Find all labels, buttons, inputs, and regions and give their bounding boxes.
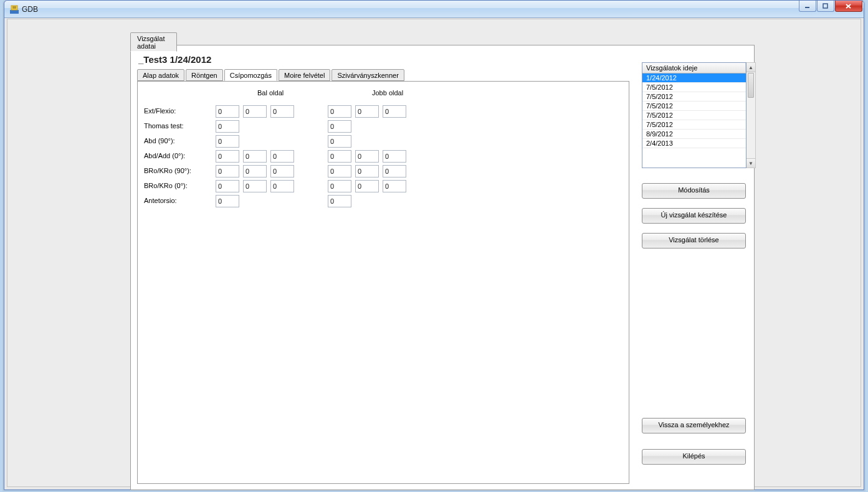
delete-exam-button[interactable]: Vizsgálat törlése xyxy=(642,233,746,248)
exam-time-item[interactable]: 2/4/2013 xyxy=(642,139,746,148)
right-value-input[interactable] xyxy=(328,195,351,207)
right-value-input[interactable] xyxy=(328,120,351,133)
column-header-left: Bal oldal xyxy=(257,89,284,97)
cellgroup-right xyxy=(328,195,440,207)
tab-szivarvanyszkenner[interactable]: Szivárványszkenner xyxy=(331,69,404,81)
scroll-down-icon[interactable]: ▼ xyxy=(746,158,755,168)
client-area: Vizsgálat adatai _Test3 1/24/2012 Alap a… xyxy=(7,19,861,487)
exit-button[interactable]: Kilépés xyxy=(642,449,746,465)
app-icon xyxy=(9,4,19,14)
right-value-input[interactable] xyxy=(355,150,379,163)
cellgroup-right xyxy=(328,180,440,192)
exam-time-list-header[interactable]: Vizsgálatok ideje xyxy=(642,63,746,73)
window-title: GDB xyxy=(22,5,38,14)
inner-tabstrip: Alap adatok Röntgen Csípomozgás Moire fe… xyxy=(137,69,404,81)
svg-rect-5 xyxy=(823,4,827,8)
right-value-input[interactable] xyxy=(355,165,379,177)
row-label: BRo/KRo (90°): xyxy=(144,165,216,174)
right-value-input[interactable] xyxy=(383,150,406,163)
tab-vizsgalat-adatai[interactable]: Vizsgálat adatai xyxy=(130,32,177,52)
exam-time-item[interactable]: 7/5/2012 xyxy=(642,83,746,92)
row-label: Thomas test: xyxy=(144,120,216,130)
exam-time-item[interactable]: 1/24/2012 xyxy=(642,73,746,83)
cellgroup-left xyxy=(216,150,328,163)
close-button[interactable] xyxy=(835,1,862,12)
exam-list-scrollbar[interactable]: ▲ ▼ xyxy=(746,62,756,168)
form-row: Abd (90°): xyxy=(144,135,440,150)
minimize-button[interactable] xyxy=(799,1,816,12)
left-value-input[interactable] xyxy=(216,195,239,207)
left-value-input[interactable] xyxy=(270,105,294,118)
maximize-button[interactable] xyxy=(817,1,834,12)
left-value-input[interactable] xyxy=(270,165,294,177)
left-value-input[interactable] xyxy=(216,150,239,163)
right-value-input[interactable] xyxy=(328,180,351,192)
left-value-input[interactable] xyxy=(243,150,267,163)
cellgroup-left xyxy=(216,195,328,207)
right-value-input[interactable] xyxy=(383,165,406,177)
left-value-input[interactable] xyxy=(216,165,239,177)
modify-button[interactable]: Módosítás xyxy=(642,183,746,199)
left-value-input[interactable] xyxy=(216,180,239,192)
form-row: Abd/Add (0°): xyxy=(144,150,440,165)
left-value-input[interactable] xyxy=(216,105,239,118)
row-label: BRo/KRo (0°): xyxy=(144,180,216,189)
exam-time-list[interactable]: Vizsgálatok ideje 1/24/20127/5/20127/5/2… xyxy=(642,62,746,168)
left-value-input[interactable] xyxy=(243,105,267,118)
exam-time-item[interactable]: 7/5/2012 xyxy=(642,111,746,120)
row-label: Abd/Add (0°): xyxy=(144,150,216,159)
form-row: BRo/KRo (0°): xyxy=(144,180,440,195)
scroll-up-icon[interactable]: ▲ xyxy=(746,63,755,72)
right-value-input[interactable] xyxy=(355,180,379,192)
maximize-icon xyxy=(823,3,829,9)
back-button[interactable]: Vissza a személyekhez xyxy=(642,418,746,433)
row-label: Antetorsio: xyxy=(144,195,216,204)
form-row: Antetorsio: xyxy=(144,195,440,210)
form-row: BRo/KRo (90°): xyxy=(144,165,440,180)
column-header-right: Jobb oldal xyxy=(372,89,403,97)
left-value-input[interactable] xyxy=(270,150,294,163)
row-label: Abd (90°): xyxy=(144,135,216,144)
exam-time-item[interactable]: 8/9/2012 xyxy=(642,130,746,139)
right-value-input[interactable] xyxy=(355,105,379,118)
tab-rontgen[interactable]: Röntgen xyxy=(186,69,223,81)
tab-alap-adatok[interactable]: Alap adatok xyxy=(137,69,184,81)
right-value-input[interactable] xyxy=(383,105,406,118)
right-value-input[interactable] xyxy=(328,150,351,163)
cellgroup-right xyxy=(328,105,440,118)
right-value-input[interactable] xyxy=(328,105,351,118)
titlebar: GDB xyxy=(4,1,864,18)
left-value-input[interactable] xyxy=(243,180,267,192)
left-value-input[interactable] xyxy=(216,135,239,148)
cellgroup-left xyxy=(216,180,328,192)
left-value-input[interactable] xyxy=(270,180,294,192)
right-value-input[interactable] xyxy=(328,165,351,177)
right-value-input[interactable] xyxy=(328,135,351,148)
exam-time-item[interactable]: 7/5/2012 xyxy=(642,92,746,102)
cellgroup-right xyxy=(328,165,440,177)
cellgroup-right xyxy=(328,135,440,148)
minimize-icon xyxy=(804,3,811,9)
left-value-input[interactable] xyxy=(216,120,239,133)
cellgroup-left xyxy=(216,135,328,148)
cellgroup-left xyxy=(216,105,328,118)
new-exam-button[interactable]: Új vizsgálat készítése xyxy=(642,208,746,224)
page-title: _Test3 1/24/2012 xyxy=(138,54,211,65)
cellgroup-left xyxy=(216,165,328,177)
exam-time-item[interactable]: 7/5/2012 xyxy=(642,102,746,111)
csipomozgas-form: Bal oldal Jobb oldal Ext/Flexio:Thomas t… xyxy=(137,81,629,484)
scroll-thumb[interactable] xyxy=(748,73,754,98)
cellgroup-right xyxy=(328,120,440,133)
close-icon xyxy=(845,3,852,9)
cellgroup-left xyxy=(216,120,328,133)
form-row: Thomas test: xyxy=(144,120,440,135)
right-value-input[interactable] xyxy=(383,180,406,192)
exam-time-item[interactable]: 7/5/2012 xyxy=(642,120,746,130)
row-label: Ext/Flexio: xyxy=(144,105,216,115)
tab-moire-felvetel[interactable]: Moire felvétel xyxy=(279,69,330,81)
form-row: Ext/Flexio: xyxy=(144,105,440,120)
left-value-input[interactable] xyxy=(243,165,267,177)
exam-data-panel: _Test3 1/24/2012 Alap adatok Röntgen Csí… xyxy=(130,45,755,490)
app-window: GDB Vizsgálat adatai _Test3 1/24/2012 Al… xyxy=(4,0,864,490)
tab-csipomozgas[interactable]: Csípomozgás xyxy=(224,69,277,81)
